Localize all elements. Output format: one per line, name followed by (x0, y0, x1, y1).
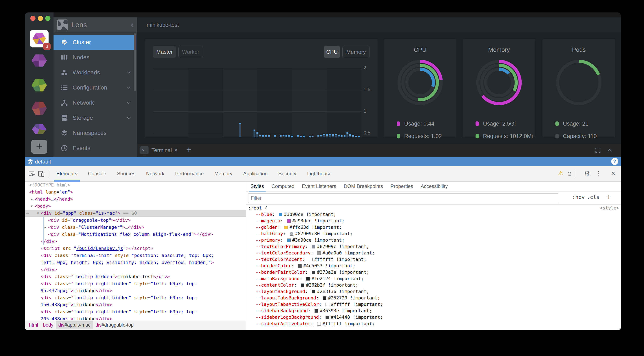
devtools-tab-security[interactable]: Security (273, 166, 302, 181)
styles-subtab-dom-breakpoints[interactable]: DOM Breakpoints (340, 181, 387, 191)
dom-tree-line[interactable]: ▶<head>…</head> (25, 196, 246, 203)
color-swatch[interactable] (306, 277, 310, 281)
color-swatch[interactable] (326, 316, 329, 319)
devtools-tab-console[interactable]: Console (82, 166, 112, 181)
devtools-tab-memory[interactable]: Memory (209, 166, 238, 181)
color-swatch[interactable] (312, 290, 315, 293)
css-variable-row[interactable]: --sidebarActiveColor: #ffffff !important… (246, 320, 621, 327)
color-swatch[interactable] (298, 264, 302, 268)
tab-cpu[interactable]: CPU (324, 46, 340, 58)
styles-subtab-computed[interactable]: Computed (268, 181, 298, 191)
sidebar-item-events[interactable]: Events (54, 141, 136, 156)
help-button[interactable]: ? (611, 158, 618, 165)
color-swatch[interactable] (287, 219, 291, 223)
terminal-expand-icon[interactable] (595, 147, 601, 153)
dom-tree-line[interactable]: ▼<body> (25, 203, 246, 210)
css-variable-row[interactable]: --sidebarBackground: #36393e !important; (246, 308, 621, 314)
terminal-collapse-chevron-icon[interactable] (607, 148, 612, 152)
css-variable-row[interactable]: --layoutTabsBackground: #252729 !importa… (246, 295, 621, 301)
devtools-tab-sources[interactable]: Sources (112, 166, 141, 181)
dom-tree-line[interactable]: <!DOCTYPE html> (25, 181, 246, 188)
dom-tree-line[interactable]: <div class="Tooltip right hidden" style=… (25, 294, 246, 301)
color-swatch[interactable] (317, 251, 321, 255)
toggle-classes-button[interactable]: .cls (587, 194, 600, 200)
terminal-close-button[interactable]: × (174, 146, 178, 153)
css-variable-row[interactable]: --layoutTabsActiveColor: #ffffff !import… (246, 301, 621, 308)
minimize-window-button[interactable] (38, 16, 43, 21)
dom-tree-line[interactable]: <div class="Tooltip right hidden" style=… (25, 308, 246, 315)
sidebar-item-network[interactable]: Network (54, 95, 136, 110)
terminal-tab[interactable]: Terminal (152, 147, 172, 154)
add-cluster-button[interactable]: + (31, 140, 47, 154)
dom-tree-line[interactable]: ▶<div class="ClusterManager">…</div> (25, 224, 246, 231)
css-variable-row[interactable]: --halfGray: #87909c80 !important; (246, 230, 621, 237)
sidebar-item-storage[interactable]: Storage (54, 110, 136, 125)
breadcrumb-html[interactable]: html (26, 321, 40, 329)
dom-tree-line[interactable]: <div class="terminal-init" style="positi… (25, 252, 246, 259)
breadcrumb-div[interactable]: div#draggable-top (93, 321, 136, 329)
zoom-window-button[interactable] (45, 16, 50, 21)
tab-master[interactable]: Master (153, 46, 176, 58)
color-swatch[interactable] (326, 303, 329, 306)
color-swatch[interactable] (323, 296, 326, 300)
breadcrumb-div[interactable]: div#app.is-mac (56, 321, 93, 329)
color-swatch[interactable] (290, 232, 293, 236)
sidebar-item-namespaces[interactable]: Namespaces (54, 126, 136, 141)
css-variable-row[interactable]: --borderColor: #4c5053 !important; (246, 263, 621, 269)
sidebar-item-nodes[interactable]: Nodes (54, 50, 136, 65)
color-swatch[interactable] (284, 226, 288, 229)
dom-tree-line[interactable]: </div> (25, 238, 246, 245)
css-variable-row[interactable]: --primary: #3d90ce !important; (246, 237, 621, 243)
color-swatch[interactable] (309, 258, 313, 261)
sidebar-item-cluster[interactable]: ☸ Cluster (54, 35, 136, 50)
devtools-tab-elements[interactable]: Elements (51, 166, 82, 181)
css-variable-row[interactable]: --sidebarLogoBackground: #414448 !import… (246, 314, 621, 320)
dom-tree-line[interactable]: <html lang="en"> (25, 188, 246, 196)
dom-tree-line[interactable]: left: 0px; height: 0px; visibility: hidd… (25, 259, 246, 266)
kebab-menu-icon[interactable]: ⋮ (596, 170, 602, 177)
toggle-hover-state-button[interactable]: :hov (572, 194, 585, 200)
cluster-item-active[interactable]: 3 (30, 30, 48, 47)
devtools-tab-performance[interactable]: Performance (170, 166, 209, 181)
dom-tree-line[interactable]: </div> (25, 266, 246, 273)
color-swatch[interactable] (287, 238, 291, 242)
dom-tree-line[interactable]: 95.4375px;">minikube</div> (25, 287, 246, 294)
close-icon[interactable]: × (611, 169, 615, 178)
css-variable-row[interactable]: --textColorSecondary: #a0a0a0 !important… (246, 250, 621, 256)
styles-filter-input[interactable] (248, 193, 558, 203)
styles-subtab-styles[interactable]: Styles (247, 181, 268, 191)
dom-tree-line[interactable]: 150.438px;">minikube</div> (25, 301, 246, 308)
namespace-label[interactable]: default (35, 159, 51, 165)
sidebar-item-configuration[interactable]: Configuration (54, 80, 136, 95)
devtools-tab-lighthouse[interactable]: Lighthouse (302, 166, 337, 181)
cluster-item-2[interactable] (32, 54, 47, 67)
styles-subtab-properties[interactable]: Properties (387, 181, 417, 191)
color-swatch[interactable] (317, 322, 321, 326)
new-style-rule-button[interactable]: + (607, 193, 611, 201)
css-variable-row[interactable]: --golden: #ffc63d !important; (246, 224, 621, 230)
style-source-link[interactable]: <style> (600, 205, 619, 211)
gear-icon[interactable]: ⚙ (584, 170, 590, 178)
device-toolbar-icon[interactable] (38, 170, 45, 178)
dom-tree-line[interactable]: ⋯▼<div id="app" class="is-mac"> == $0 (25, 210, 246, 217)
dom-tree-line[interactable]: <script src="/build/LensDev.js"></script… (25, 245, 246, 252)
inspect-element-icon[interactable] (28, 170, 35, 178)
color-swatch[interactable] (301, 283, 304, 287)
dom-tree-line[interactable]: <div class="Notifications flex column al… (25, 231, 246, 238)
close-window-button[interactable] (30, 16, 36, 21)
color-swatch[interactable] (279, 213, 282, 216)
sidebar-scrollbar[interactable] (134, 33, 136, 91)
sidebar-item-workloads[interactable]: Workloads (54, 65, 136, 80)
css-selector[interactable]: :root { (248, 205, 268, 210)
devtools-tab-network[interactable]: Network (141, 166, 170, 181)
tab-worker[interactable]: Worker (178, 46, 203, 58)
css-variable-row[interactable]: --textColorPrimary: #87909c !important; (246, 243, 621, 250)
sidebar-collapse-button[interactable] (130, 22, 136, 28)
styles-subtab-event-listeners[interactable]: Event Listeners (298, 181, 340, 191)
cluster-item-5[interactable] (32, 124, 46, 135)
cluster-item-4[interactable] (32, 101, 47, 115)
color-swatch[interactable] (314, 309, 318, 313)
devtools-tab-application[interactable]: Application (238, 166, 273, 181)
css-variable-row[interactable]: --blue: #3d90ce !important; (246, 211, 621, 218)
css-variable-row[interactable]: --mainBackground: #1e2124 !important; (246, 275, 621, 282)
